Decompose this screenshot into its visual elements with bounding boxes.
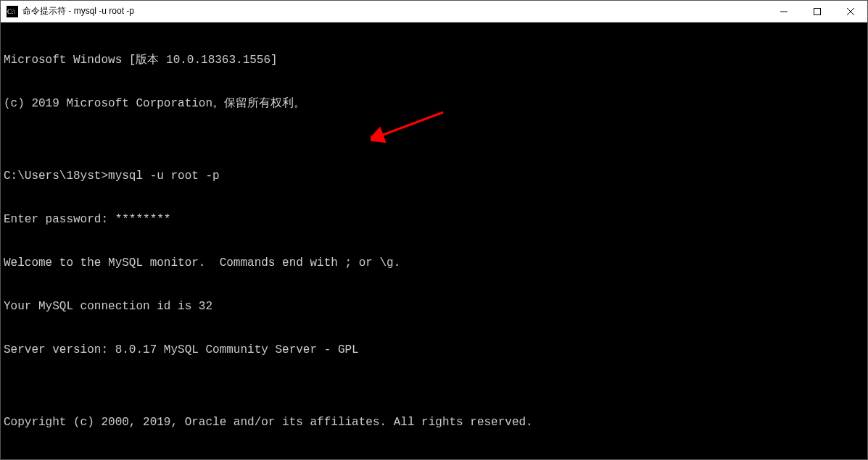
- terminal-line: Welcome to the MySQL monitor. Commands e…: [4, 256, 864, 270]
- svg-rect-3: [814, 8, 821, 14]
- cmd-icon: C:\: [7, 6, 18, 17]
- close-button[interactable]: [834, 1, 867, 22]
- svg-line-7: [379, 112, 443, 136]
- terminal-output[interactable]: Microsoft Windows [版本 10.0.18363.1556] (…: [1, 22, 867, 459]
- svg-text:C:\: C:\: [7, 8, 16, 15]
- terminal-line: C:\Users\18yst>mysql -u root -p: [4, 169, 864, 183]
- terminal-line: Server version: 8.0.17 MySQL Community S…: [4, 343, 864, 357]
- maximize-button[interactable]: [801, 1, 834, 22]
- command-prompt-window: C:\ 命令提示符 - mysql -u root -p Microsoft W…: [0, 0, 868, 460]
- terminal-line: Your MySQL connection id is 32: [4, 299, 864, 314]
- minimize-button[interactable]: [767, 1, 801, 22]
- terminal-line: Copyright (c) 2000, 2019, Oracle and/or …: [4, 415, 864, 430]
- titlebar[interactable]: C:\ 命令提示符 - mysql -u root -p: [1, 1, 867, 22]
- arrow-annotation-icon: [371, 109, 450, 145]
- window-title: 命令提示符 - mysql -u root -p: [22, 5, 767, 17]
- terminal-line: (c) 2019 Microsoft Corporation。保留所有权利。: [4, 96, 864, 111]
- window-controls: [767, 1, 867, 22]
- terminal-line: Enter password: ********: [4, 212, 864, 227]
- terminal-line: Microsoft Windows [版本 10.0.18363.1556]: [4, 53, 864, 67]
